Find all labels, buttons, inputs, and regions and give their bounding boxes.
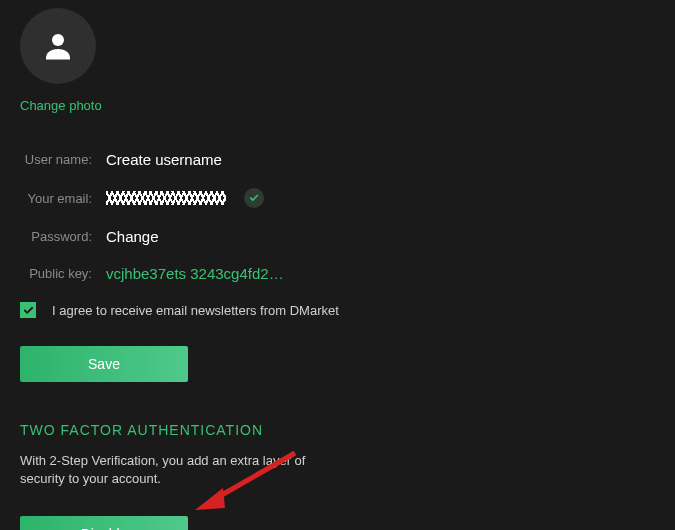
save-button[interactable]: Save	[20, 346, 188, 382]
change-photo-link[interactable]: Change photo	[20, 98, 102, 113]
newsletter-consent-text: I agree to receive email newsletters fro…	[52, 303, 339, 318]
username-label: User name:	[20, 152, 92, 167]
publickey-value[interactable]: vcjhbe37ets 3243cg4fd2…	[106, 265, 284, 282]
password-label: Password:	[20, 229, 92, 244]
svg-point-0	[52, 34, 64, 46]
twofa-description: With 2-Step Verification, you add an ext…	[20, 452, 320, 488]
newsletter-checkbox[interactable]	[20, 302, 36, 318]
publickey-label: Public key:	[20, 266, 92, 281]
checkmark-icon	[249, 193, 259, 203]
svg-marker-2	[195, 488, 225, 510]
disable-twofa-button[interactable]: Disable	[20, 516, 188, 530]
verified-badge	[244, 188, 264, 208]
checkmark-icon	[23, 305, 34, 316]
person-icon	[40, 28, 76, 64]
email-value	[106, 191, 226, 205]
username-field[interactable]: Create username	[106, 151, 222, 168]
twofa-section-title: TWO FACTOR AUTHENTICATION	[20, 422, 655, 438]
email-label: Your email:	[20, 191, 92, 206]
password-change-link[interactable]: Change	[106, 228, 159, 245]
avatar[interactable]	[20, 8, 96, 84]
